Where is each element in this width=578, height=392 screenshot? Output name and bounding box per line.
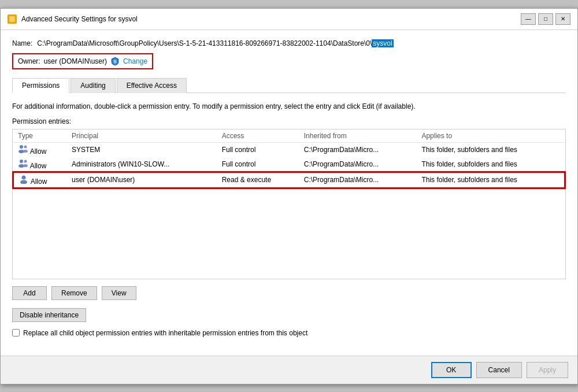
svg-point-8 (23, 164, 28, 167)
change-owner-link[interactable]: Change (123, 57, 147, 65)
user-icon (18, 175, 29, 184)
window-controls: — □ ✕ (521, 13, 570, 25)
window-icon (8, 14, 17, 24)
replace-checkbox-row: Replace all child object permission entr… (12, 329, 566, 337)
table-row[interactable]: Allow Administrators (WIN10-SLOW... Full… (13, 157, 565, 172)
tab-auditing[interactable]: Auditing (71, 78, 115, 93)
dialog-content: Name: C:\ProgramData\Microsoft\GroupPoli… (1, 30, 577, 356)
replace-checkbox-label: Replace all child object permission entr… (23, 329, 307, 337)
view-button[interactable]: View (102, 286, 136, 300)
cell-principal: SYSTEM (67, 142, 217, 157)
col-header-inherited: Inherited from (299, 130, 417, 143)
ok-button[interactable]: OK (431, 362, 472, 378)
cancel-button[interactable]: Cancel (476, 362, 522, 378)
svg-point-9 (22, 175, 26, 179)
cell-inherited-from: C:\ProgramData\Micro... (299, 157, 417, 172)
shield-icon: S (110, 57, 120, 66)
window-title: Advanced Security Settings for sysvol (21, 15, 516, 23)
cell-access: Full control (217, 157, 299, 172)
cell-type: Allow (13, 142, 67, 157)
col-header-principal: Principal (67, 130, 217, 143)
owner-row: Owner: user (DOMAIN\user) S Change (12, 53, 153, 69)
name-label: Name: (12, 39, 32, 47)
cell-inherited-from: C:\ProgramData\Micro... (299, 172, 417, 188)
svg-point-10 (20, 180, 27, 184)
title-bar: Advanced Security Settings for sysvol — … (1, 9, 577, 30)
replace-checkbox[interactable] (12, 329, 20, 336)
svg-point-7 (24, 160, 27, 162)
cell-type: Allow (13, 157, 67, 172)
cell-principal: user (DOMAIN\user) (67, 172, 217, 188)
permission-table-container: Type Principal Access Inherited from App… (12, 129, 566, 279)
cell-principal: Administrators (WIN10-SLOW... (67, 157, 217, 172)
svg-point-1 (20, 145, 23, 149)
user-group-icon (18, 159, 28, 168)
permission-table: Type Principal Access Inherited from App… (13, 130, 565, 188)
cell-applies-to: This folder, subfolders and files (417, 142, 565, 157)
tab-effective-access[interactable]: Effective Access (117, 78, 187, 93)
add-button[interactable]: Add (12, 286, 47, 300)
col-header-access: Access (217, 130, 299, 143)
action-buttons: Add Remove View (12, 286, 566, 300)
cell-applies-to: This folder, subfolders and files (417, 172, 565, 188)
permission-entries-label: Permission entries: (12, 117, 566, 125)
disable-inheritance-button[interactable]: Disable inheritance (12, 308, 86, 322)
svg-text:S: S (114, 60, 117, 64)
svg-point-3 (24, 145, 27, 148)
cell-applies-to: This folder, subfolders and files (417, 157, 565, 172)
minimize-button[interactable]: — (521, 13, 536, 25)
col-header-applies: Applies to (417, 130, 565, 143)
user-group-icon (18, 145, 28, 154)
table-header-row: Type Principal Access Inherited from App… (13, 130, 565, 143)
cell-access: Full control (217, 142, 299, 157)
table-row[interactable]: Allow user (DOMAIN\user) Read & execute … (13, 172, 565, 188)
maximize-button[interactable]: □ (538, 13, 553, 25)
name-highlight: sysvol (372, 39, 393, 47)
name-row: Name: C:\ProgramData\Microsoft\GroupPoli… (12, 39, 566, 47)
main-window: Advanced Security Settings for sysvol — … (0, 8, 578, 384)
remove-button[interactable]: Remove (51, 286, 97, 300)
tab-permissions[interactable]: Permissions (12, 78, 69, 93)
tab-bar: Permissions Auditing Effective Access (12, 77, 566, 93)
table-row[interactable]: Allow SYSTEM Full control C:\ProgramData… (13, 142, 565, 157)
owner-label: Owner: (18, 57, 40, 65)
cell-inherited-from: C:\ProgramData\Micro... (299, 142, 417, 157)
name-path: C:\ProgramData\Microsoft\GroupPolicy\Use… (37, 39, 393, 47)
owner-value: user (DOMAIN\user) (44, 57, 107, 65)
dialog-footer: OK Cancel Apply (1, 356, 577, 384)
info-text: For additional information, double-click… (12, 101, 566, 112)
cell-type: Allow (13, 172, 67, 188)
close-button[interactable]: ✕ (555, 13, 570, 25)
col-header-type: Type (13, 130, 67, 143)
svg-point-5 (20, 160, 23, 163)
svg-point-4 (23, 150, 28, 153)
apply-button[interactable]: Apply (527, 362, 568, 378)
cell-access: Read & execute (217, 172, 299, 188)
